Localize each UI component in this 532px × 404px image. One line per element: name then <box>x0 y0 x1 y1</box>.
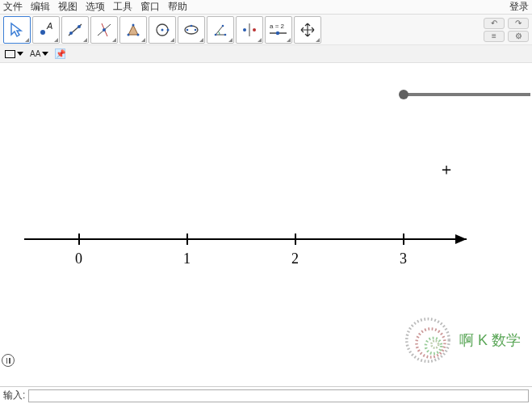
axis-label-0: 0 <box>75 250 82 267</box>
svg-point-4 <box>77 25 81 28</box>
svg-point-0 <box>40 30 45 35</box>
svg-marker-8 <box>128 25 138 35</box>
svg-point-13 <box>161 28 164 31</box>
svg-point-7 <box>103 28 106 32</box>
number-line <box>24 231 476 255</box>
svg-point-27 <box>276 31 279 34</box>
angle-tool[interactable] <box>207 16 234 44</box>
input-bar: 输入: <box>0 386 532 404</box>
slider-tool[interactable]: a = 2 <box>265 16 292 44</box>
crosshair-icon: ＋ <box>438 158 455 180</box>
menu-help[interactable]: 帮助 <box>168 0 187 14</box>
svg-point-11 <box>132 23 135 26</box>
rect-dropdown[interactable] <box>5 50 23 58</box>
svg-point-17 <box>195 28 197 31</box>
svg-point-18 <box>191 24 193 27</box>
menu-file[interactable]: 文件 <box>3 0 23 14</box>
svg-point-21 <box>222 24 224 27</box>
menu-window[interactable]: 窗口 <box>140 0 160 14</box>
input-label: 输入: <box>3 389 25 402</box>
login-link[interactable]: 登录 <box>509 0 529 14</box>
redo-button[interactable]: ↷ <box>508 18 529 29</box>
settings-button[interactable]: ⚙ <box>508 31 529 42</box>
menu-tools[interactable]: 工具 <box>113 0 132 14</box>
svg-point-36 <box>407 319 450 362</box>
undo-button[interactable]: ↶ <box>484 18 505 29</box>
svg-point-3 <box>69 32 73 35</box>
slider-object[interactable] <box>397 89 530 100</box>
svg-point-39 <box>431 341 438 348</box>
svg-marker-31 <box>455 234 467 244</box>
hamburger-button[interactable]: ≡ <box>484 31 505 42</box>
svg-point-23 <box>243 28 246 32</box>
svg-text:A: A <box>46 21 52 31</box>
menu-view[interactable]: 视图 <box>58 0 77 14</box>
graphics-view[interactable]: ＋ 0 1 2 3 啊 K 数学 <box>0 63 532 386</box>
point-tool[interactable]: A <box>32 16 60 44</box>
svg-text:a = 2: a = 2 <box>270 23 285 30</box>
algebra-input[interactable] <box>28 389 529 402</box>
perpendicular-tool[interactable] <box>90 16 118 44</box>
animation-pause-button[interactable] <box>2 354 15 367</box>
watermark-text: 啊 K 数学 <box>459 330 521 350</box>
svg-point-19 <box>215 33 217 36</box>
svg-point-14 <box>167 28 170 31</box>
move-tool[interactable] <box>3 16 31 44</box>
secondary-toolbar: AA 📌 <box>0 45 532 63</box>
svg-point-10 <box>137 33 140 36</box>
move-view-tool[interactable] <box>294 16 321 44</box>
polygon-tool[interactable] <box>119 16 147 44</box>
svg-point-29 <box>399 90 408 99</box>
pin-button[interactable]: 📌 <box>55 48 65 59</box>
axis-label-3: 3 <box>400 250 407 267</box>
spiral-icon <box>400 312 456 368</box>
svg-point-9 <box>128 33 130 36</box>
line-tool[interactable] <box>61 16 89 44</box>
circle-tool[interactable] <box>149 16 176 44</box>
menu-options[interactable]: 选项 <box>86 0 105 14</box>
watermark: 啊 K 数学 <box>400 312 521 368</box>
ellipse-tool[interactable] <box>178 16 205 44</box>
right-controls: ↶ ↷ ≡ ⚙ <box>484 18 529 42</box>
svg-point-20 <box>224 33 227 36</box>
reflect-tool[interactable] <box>236 16 263 44</box>
axis-label-1: 1 <box>183 250 191 267</box>
menubar: 文件 编辑 视图 选项 工具 窗口 帮助 登录 <box>0 0 532 15</box>
toolbar: A a = 2 ↶ ↷ ≡ ⚙ <box>0 15 532 45</box>
menu-edit[interactable]: 编辑 <box>31 0 50 14</box>
svg-point-16 <box>186 28 189 31</box>
text-size-dropdown[interactable]: AA <box>30 49 48 58</box>
svg-point-24 <box>253 28 256 32</box>
axis-label-2: 2 <box>291 250 299 267</box>
